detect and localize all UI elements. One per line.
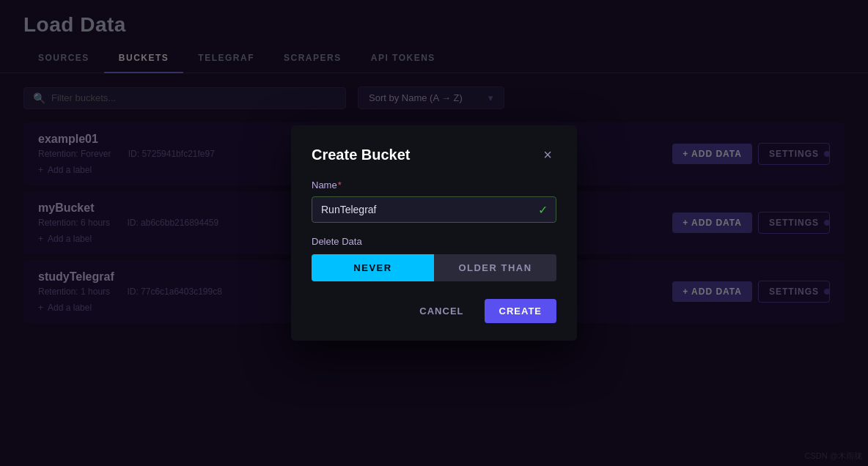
check-icon: ✓ — [538, 203, 548, 217]
modal-overlay: Create Bucket × Name* ✓ Delete Data NEVE… — [0, 0, 868, 466]
modal-footer: CANCEL CREATE — [312, 299, 556, 323]
never-button[interactable]: NEVER — [312, 254, 434, 281]
close-button[interactable]: × — [539, 146, 556, 163]
delete-data-label: Delete Data — [312, 236, 556, 247]
cancel-button[interactable]: CANCEL — [408, 299, 475, 323]
modal-title: Create Bucket — [312, 147, 411, 163]
required-marker: * — [338, 180, 342, 191]
delete-data-group: Delete Data NEVER OLDER THAN — [312, 236, 556, 281]
name-label: Name* — [312, 180, 556, 191]
older-than-button[interactable]: OLDER THAN — [434, 254, 556, 281]
create-bucket-modal: Create Bucket × Name* ✓ Delete Data NEVE… — [291, 125, 577, 341]
name-input[interactable] — [312, 196, 556, 223]
name-input-wrap: ✓ — [312, 196, 556, 223]
create-button[interactable]: CREATE — [485, 299, 556, 323]
modal-header: Create Bucket × — [312, 146, 556, 163]
delete-data-toggle: NEVER OLDER THAN — [312, 254, 556, 281]
name-field-group: Name* ✓ — [312, 180, 556, 223]
